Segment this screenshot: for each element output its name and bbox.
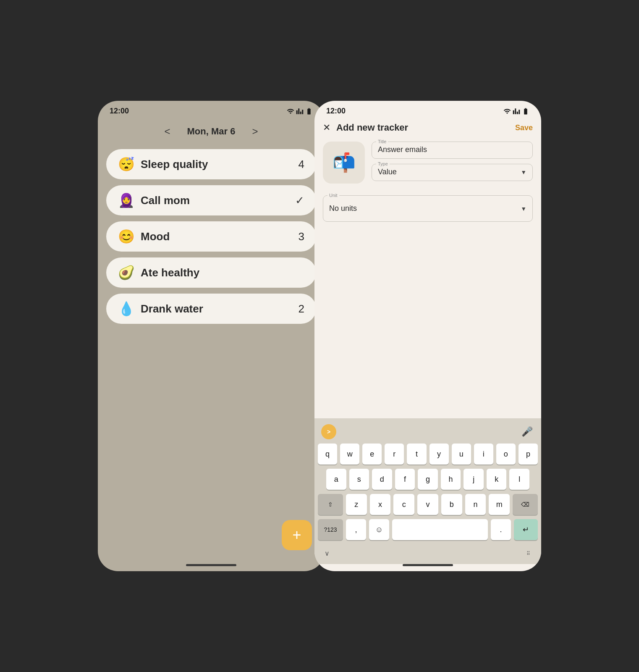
signal-icon-right [513,108,520,115]
key-t[interactable]: t [407,444,426,465]
tracker-value-drankwater: 2 [299,302,304,315]
key-z[interactable]: z [346,494,367,515]
type-select-value: Value [378,168,397,176]
unit-field-group: Unit No units ▼ [323,195,533,222]
tracker-name-sleep: Sleep quality [141,158,208,171]
key-comma[interactable]: , [346,519,366,540]
key-p[interactable]: p [519,444,538,465]
keyboard-chevron-button[interactable]: > [321,424,336,439]
key-q[interactable]: q [318,444,337,465]
tracker-left-sleep: 😴 Sleep quality [118,158,208,171]
modal-title: Add new tracker [336,122,408,133]
tracker-left-drankwater: 💧 Drank water [118,302,203,315]
key-n[interactable]: n [465,494,486,515]
battery-icon-right [522,108,529,115]
tracker-left-atehealthy: 🥑 Ate healthy [118,266,199,279]
key-x[interactable]: x [370,494,391,515]
unit-dropdown-arrow: ▼ [521,205,526,212]
key-y[interactable]: y [429,444,449,465]
date-label: Mon, Mar 6 [187,126,236,137]
tracker-check-callmom: ✓ [295,194,304,207]
key-d[interactable]: d [372,469,392,490]
tracker-emoji-mood: 😊 [118,230,135,243]
tracker-name-mood: Mood [141,230,170,243]
tracker-item-callmom[interactable]: 🧕 Call mom ✓ [106,185,316,215]
unit-select[interactable]: No units ▼ [329,202,526,215]
wifi-icon-right [503,108,511,115]
tracker-emoji-atehealthy: 🥑 [118,266,135,279]
tracker-value-mood: 3 [299,230,304,243]
title-field-label: Title [376,139,388,144]
tracker-emoji-icon: 📬 [333,152,356,173]
key-h[interactable]: h [441,469,461,490]
key-r[interactable]: r [385,444,404,465]
title-input[interactable] [378,145,526,154]
tracker-list: 😴 Sleep quality 4 🧕 Call mom ✓ 😊 Mood 3 [106,149,316,324]
keyboard-area: > 🎤 q w e r t y u i o p a s d f g h j k … [314,418,541,564]
tracker-left-mood: 😊 Mood [118,230,170,243]
key-delete[interactable]: ⌫ [513,494,538,515]
keyboard-dots-icon: ⠿ [526,551,531,556]
right-content: ✕ Add new tracker Save 📬 Title Type [314,119,541,418]
home-indicator-right [403,564,453,566]
tracker-item-sleep[interactable]: 😴 Sleep quality 4 [106,149,316,179]
save-button[interactable]: Save [515,123,533,132]
keyboard-mic-button[interactable]: 🎤 [519,424,534,439]
keyboard-toolbar: > 🎤 [318,423,538,444]
key-w[interactable]: w [340,444,359,465]
key-l[interactable]: l [509,469,529,490]
date-nav: < Mon, Mar 6 > [106,119,316,149]
tracker-item-drankwater[interactable]: 💧 Drank water 2 [106,294,316,324]
status-bar-right: 12:00 [314,101,541,119]
next-date-button[interactable]: > [249,124,261,139]
type-select[interactable]: Value ▼ [378,168,526,176]
key-j[interactable]: j [464,469,484,490]
add-tracker-fab[interactable]: + [282,520,312,550]
key-s[interactable]: s [349,469,369,490]
key-v[interactable]: v [417,494,438,515]
type-field-group: Type Value ▼ [372,164,533,181]
tracker-setup: 📬 Title Type Value ▼ [323,142,533,184]
tracker-item-mood[interactable]: 😊 Mood 3 [106,221,316,252]
key-g[interactable]: g [418,469,438,490]
tracker-name-callmom: Call mom [141,194,190,207]
battery-icon [305,108,313,115]
key-enter[interactable]: ↵ [514,519,538,540]
tracker-fields: Title Type Value ▼ [372,142,533,184]
right-phone: 12:00 ✕ Add new tracker Save 📬 Title [314,101,541,571]
key-u[interactable]: u [452,444,471,465]
prev-date-button[interactable]: < [161,124,174,139]
unit-select-value: No units [329,204,357,213]
title-field-group: Title [372,142,533,159]
keyboard-collapse-icon[interactable]: ∨ [325,549,330,557]
key-f[interactable]: f [395,469,415,490]
tracker-emoji-sleep: 😴 [118,158,135,171]
status-time-left: 12:00 [110,107,129,116]
tracker-left-callmom: 🧕 Call mom [118,194,190,207]
key-m[interactable]: m [489,494,510,515]
tracker-emoji-drankwater: 💧 [118,302,135,315]
keyboard-row-4: ?123 , ☺ . ↵ [318,519,538,540]
key-a[interactable]: a [326,469,346,490]
key-e[interactable]: e [362,444,382,465]
close-button[interactable]: ✕ [323,122,330,133]
keyboard-collapse-row: ∨ ⠿ [321,548,534,557]
key-b[interactable]: b [441,494,462,515]
keyboard-row-1: q w e r t y u i o p [318,444,538,465]
key-i[interactable]: i [474,444,493,465]
left-content: < Mon, Mar 6 > 😴 Sleep quality 4 🧕 Call … [98,119,325,564]
home-indicator-left [186,564,236,566]
tracker-value-sleep: 4 [299,158,304,171]
key-space[interactable] [392,519,488,540]
tracker-item-atehealthy[interactable]: 🥑 Ate healthy [106,257,316,288]
type-dropdown-arrow: ▼ [521,169,526,176]
key-period[interactable]: . [491,519,511,540]
key-k[interactable]: k [487,469,507,490]
key-c[interactable]: c [393,494,414,515]
key-shift[interactable]: ⇧ [318,494,343,515]
key-emoji[interactable]: ☺ [369,519,389,540]
emoji-picker[interactable]: 📬 [323,142,365,184]
tracker-emoji-callmom: 🧕 [118,194,135,207]
key-o[interactable]: o [496,444,516,465]
key-numbers[interactable]: ?123 [318,519,343,540]
